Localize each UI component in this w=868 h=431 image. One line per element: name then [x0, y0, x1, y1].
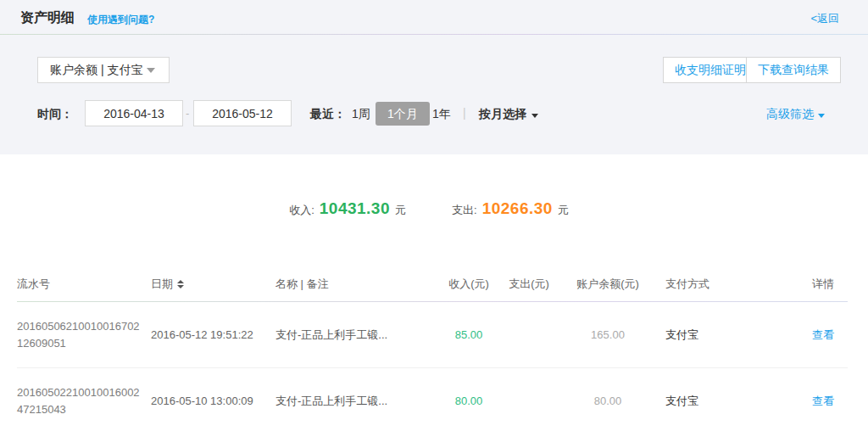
- page-header: 资产明细 使用遇到问题? <返回: [0, 0, 868, 35]
- expense-total-unit: 元: [558, 203, 569, 218]
- income-total-value: 10431.30: [320, 199, 390, 218]
- date-to-input[interactable]: [193, 100, 292, 126]
- view-detail-link[interactable]: 查看: [812, 395, 834, 407]
- cell-date: 2016-05-10 13:00:09: [151, 395, 271, 407]
- page-title: 资产明细: [20, 9, 75, 27]
- date-range-separator: -: [186, 107, 189, 120]
- cell-date: 2016-05-12 19:51:22: [151, 328, 271, 341]
- column-header-method: 支付方式: [654, 277, 756, 292]
- account-type-select[interactable]: 账户余额 | 支付宝: [37, 57, 170, 83]
- results-panel: 收入: 10431.30 元 支出: 10266.30 元 流水号 日期 名称 …: [0, 154, 868, 431]
- month-select-dropdown[interactable]: 按月选择: [479, 107, 538, 122]
- download-results-button[interactable]: 下载查询结果: [746, 57, 841, 83]
- income-total-unit: 元: [395, 203, 406, 218]
- cell-name: 支付-正品上利手工锻...: [271, 394, 441, 409]
- chevron-down-icon: [147, 68, 155, 73]
- view-detail-link[interactable]: 查看: [812, 328, 834, 341]
- income-total-label: 收入:: [289, 203, 314, 218]
- account-select-value: 账户余额 | 支付宝: [50, 63, 142, 78]
- time-label: 时间：: [37, 107, 73, 122]
- back-link[interactable]: <返回: [810, 11, 839, 26]
- chevron-down-icon: [818, 114, 825, 118]
- time-filter-row: 时间： - 最近： 1周 1个月 1年 | 按月选择 高级筛选: [0, 100, 868, 126]
- transactions-table: 流水号 日期 名称 | 备注 收入(元) 支出(元) 账户余额(元) 支付方式 …: [17, 267, 848, 431]
- recent-label: 最近：: [310, 107, 346, 122]
- asset-details-page: 资产明细 使用遇到问题? <返回 账户余额 | 支付宝 收支明细证明 下载查询结…: [0, 0, 868, 431]
- cell-method: 支付宝: [654, 394, 756, 409]
- table-row: 2016050221001001600247215043 2016-05-10 …: [17, 368, 848, 431]
- options-divider: |: [463, 106, 466, 120]
- column-header-date[interactable]: 日期: [151, 277, 271, 292]
- recent-option-1year[interactable]: 1年: [432, 107, 451, 122]
- recent-option-1month-selected[interactable]: 1个月: [376, 102, 430, 126]
- cell-detail: 查看: [756, 327, 848, 343]
- cell-income: 80.00: [441, 395, 497, 407]
- column-header-date-label: 日期: [151, 277, 173, 292]
- column-header-serial: 流水号: [17, 277, 151, 292]
- totals-summary: 收入: 10431.30 元 支出: 10266.30 元: [0, 199, 858, 218]
- column-header-detail: 详情: [756, 277, 848, 292]
- advanced-filter-label: 高级筛选: [766, 107, 814, 122]
- cell-name: 支付-正品上利手工锻...: [271, 327, 441, 343]
- expense-total-value: 10266.30: [482, 199, 553, 218]
- advanced-filter-dropdown[interactable]: 高级筛选: [766, 107, 825, 122]
- table-header-row: 流水号 日期 名称 | 备注 收入(元) 支出(元) 账户余额(元) 支付方式 …: [17, 267, 848, 301]
- cell-balance: 80.00: [561, 395, 654, 407]
- column-header-expense: 支出(元): [497, 277, 561, 292]
- date-from-input[interactable]: [85, 100, 183, 126]
- expense-total-label: 支出:: [452, 203, 477, 218]
- header-divider: [0, 34, 868, 35]
- statement-proof-button[interactable]: 收支明细证明: [663, 57, 758, 83]
- column-header-income: 收入(元): [441, 277, 497, 292]
- cell-detail: 查看: [756, 394, 848, 409]
- column-header-balance: 账户余额(元): [561, 277, 654, 292]
- cell-income: 85.00: [441, 328, 497, 341]
- column-header-name: 名称 | 备注: [271, 277, 441, 292]
- recent-option-1week[interactable]: 1周: [352, 107, 370, 122]
- cell-balance: 165.00: [561, 328, 654, 341]
- cell-method: 支付宝: [654, 327, 756, 343]
- cell-serial: 2016050221001001600247215043: [17, 384, 151, 418]
- month-select-label: 按月选择: [479, 107, 526, 122]
- chevron-down-icon: [531, 114, 538, 118]
- table-row: 2016050621001001670212609051 2016-05-12 …: [17, 302, 848, 367]
- filter-panel: 资产明细 使用遇到问题? <返回 账户余额 | 支付宝 收支明细证明 下载查询结…: [0, 0, 868, 154]
- sort-icon[interactable]: [177, 280, 184, 288]
- help-link[interactable]: 使用遇到问题?: [87, 13, 154, 27]
- cell-serial: 2016050621001001670212609051: [17, 318, 151, 352]
